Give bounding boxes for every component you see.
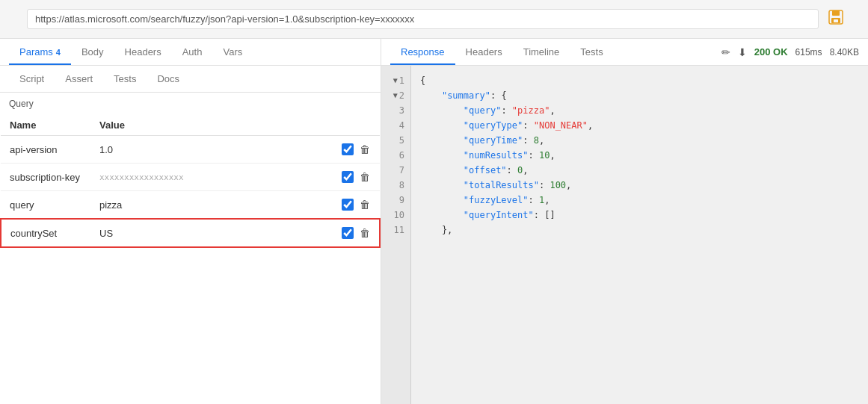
- query-label: Query: [0, 93, 381, 115]
- left-tabs-row1: Params 4 Body Headers Auth Vars: [0, 39, 381, 66]
- param-delete-icon[interactable]: 🗑: [360, 199, 370, 211]
- code-line: "queryType": "NON_NEAR",: [420, 118, 859, 133]
- table-row: api-version1.0🗑: [1, 136, 380, 164]
- tab-docs-label: Docs: [157, 73, 179, 84]
- code-line: "totalResults": 100,: [420, 178, 859, 193]
- code-line: {: [420, 73, 859, 88]
- tab-tests-left[interactable]: Tests: [103, 66, 147, 92]
- tab-headers-right[interactable]: Headers: [455, 39, 513, 65]
- param-actions: 🗑: [333, 219, 380, 247]
- code-line: "query": "pizza",: [420, 103, 859, 118]
- line-number: 9: [381, 193, 410, 208]
- line-number: 6: [381, 148, 410, 163]
- tab-response-label: Response: [401, 46, 445, 58]
- code-line: "queryTime": 8,: [420, 133, 859, 148]
- response-status: ✏ ⬇ 200 OK 615ms 8.40KB: [721, 40, 859, 64]
- tab-tests-left-label: Tests: [114, 73, 136, 84]
- table-row: countrySetUS🗑: [1, 219, 380, 247]
- param-name: api-version: [1, 136, 90, 164]
- download-icon[interactable]: ⬇: [738, 46, 747, 58]
- tab-timeline-label: Timeline: [523, 46, 560, 58]
- tab-assert-label: Assert: [65, 73, 93, 84]
- param-actions: 🗑: [333, 191, 380, 220]
- code-toggle-icon[interactable]: ▼: [393, 73, 398, 88]
- tab-response[interactable]: Response: [390, 39, 455, 65]
- tab-assert[interactable]: Assert: [55, 66, 103, 92]
- send-button[interactable]: [853, 16, 859, 22]
- param-delete-icon[interactable]: 🗑: [360, 227, 370, 239]
- response-size: 8.40KB: [830, 47, 859, 58]
- param-value: pizza: [90, 191, 333, 220]
- code-line: "offset": 0,: [420, 163, 859, 178]
- tab-timeline[interactable]: Timeline: [513, 39, 570, 65]
- status-code: 200 OK: [754, 46, 788, 58]
- param-actions: 🗑: [333, 136, 380, 164]
- params-table: Name Value api-version1.0🗑subscription-k…: [0, 115, 381, 248]
- tab-docs[interactable]: Docs: [147, 66, 190, 92]
- line-number: 7: [381, 163, 410, 178]
- left-panel: Params 4 Body Headers Auth Vars Script A…: [0, 39, 381, 404]
- line-numbers: ▼1▼234567891011: [381, 66, 411, 404]
- edit-icon[interactable]: ✏: [721, 46, 730, 58]
- code-line: "numResults": 10,: [420, 148, 859, 163]
- line-number: ▼1: [381, 73, 410, 88]
- col-header-name: Name: [1, 115, 90, 136]
- code-line: "queryIntent": []: [420, 208, 859, 223]
- param-delete-icon[interactable]: 🗑: [360, 171, 370, 183]
- param-delete-icon[interactable]: 🗑: [360, 143, 370, 155]
- tab-tests-right[interactable]: Tests: [570, 39, 613, 65]
- tab-params[interactable]: Params 4: [9, 39, 71, 65]
- param-checkbox[interactable]: [342, 199, 354, 211]
- param-name: subscription-key: [1, 164, 90, 191]
- line-number: 4: [381, 118, 410, 133]
- tab-headers-left-label: Headers: [125, 46, 161, 58]
- tab-tests-right-label: Tests: [580, 46, 603, 58]
- param-name: countrySet: [1, 219, 90, 247]
- tab-vars-label: Vars: [223, 46, 242, 58]
- tab-headers-right-label: Headers: [466, 46, 502, 58]
- tab-auth-label: Auth: [182, 46, 203, 58]
- svg-rect-1: [832, 10, 840, 16]
- url-bar: [0, 0, 868, 39]
- line-number: 11: [381, 223, 410, 237]
- code-line: "fuzzyLevel": 1,: [420, 193, 859, 208]
- line-number: ▼2: [381, 88, 410, 103]
- tab-body[interactable]: Body: [71, 39, 114, 65]
- code-toggle-icon[interactable]: ▼: [393, 88, 398, 103]
- method-select[interactable]: [9, 16, 21, 22]
- response-tabs-left: Response Headers Timeline Tests: [390, 39, 614, 65]
- table-row: subscription-keyxxxxxxxxxxxxxxxxx🗑: [1, 164, 380, 191]
- tab-auth[interactable]: Auth: [172, 39, 213, 65]
- param-actions: 🗑: [333, 164, 380, 191]
- main-content: Params 4 Body Headers Auth Vars Script A…: [0, 39, 868, 404]
- svg-rect-3: [834, 19, 838, 22]
- line-number: 8: [381, 178, 410, 193]
- line-number: 5: [381, 133, 410, 148]
- left-tabs-row2: Script Assert Tests Docs: [0, 66, 381, 93]
- param-value: 1.0: [90, 136, 333, 164]
- tab-vars[interactable]: Vars: [212, 39, 253, 65]
- tab-params-badge: 4: [56, 48, 61, 57]
- param-name: query: [1, 191, 90, 220]
- table-row: querypizza🗑: [1, 191, 380, 220]
- code-line: },: [420, 223, 859, 237]
- url-input[interactable]: [27, 9, 819, 29]
- col-header-value: Value: [90, 115, 333, 136]
- param-checkbox[interactable]: [342, 227, 354, 239]
- tab-headers-left[interactable]: Headers: [114, 39, 172, 65]
- line-number: 3: [381, 103, 410, 118]
- code-panel[interactable]: ▼1▼234567891011 { "summary": { "query": …: [381, 66, 868, 404]
- response-tabs: Response Headers Timeline Tests ✏ ⬇ 200 …: [381, 39, 868, 66]
- col-header-actions: [333, 115, 380, 136]
- code-content: { "summary": { "query": "pizza", "queryT…: [411, 66, 868, 404]
- code-line: "summary": {: [420, 88, 859, 103]
- save-button[interactable]: [825, 6, 847, 32]
- param-value: US: [90, 219, 333, 247]
- param-checkbox[interactable]: [342, 171, 354, 183]
- tab-body-label: Body: [81, 46, 104, 58]
- line-number: 10: [381, 208, 410, 223]
- tab-script[interactable]: Script: [9, 66, 55, 92]
- response-time: 615ms: [795, 47, 822, 58]
- param-checkbox[interactable]: [342, 143, 354, 155]
- tab-script-label: Script: [19, 73, 44, 84]
